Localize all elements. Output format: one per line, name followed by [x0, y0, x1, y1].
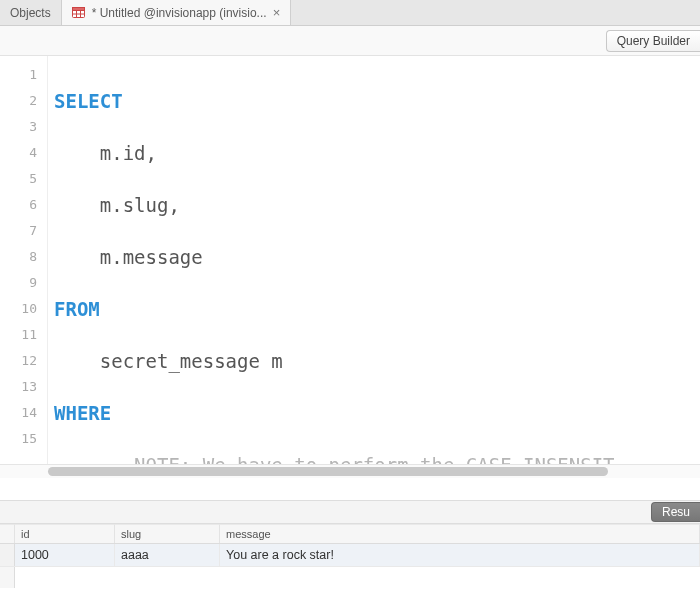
comment: -- NOTE: We have to perform the CASE INS…: [100, 454, 615, 464]
tok: id: [123, 142, 146, 164]
tok: .: [111, 194, 122, 216]
line-number: 2: [0, 88, 47, 114]
table-icon: [72, 6, 86, 20]
editor-toolbar: Query Builder: [0, 26, 700, 56]
spacer: [0, 478, 700, 500]
query-builder-button[interactable]: Query Builder: [606, 30, 700, 52]
tab-bar: Objects * Untitled @invisionapp (invisio…: [0, 0, 700, 26]
cell-id[interactable]: 1000: [15, 544, 115, 566]
col-rownum[interactable]: [0, 524, 15, 543]
svg-rect-1: [73, 8, 85, 11]
tab-objects-label: Objects: [10, 6, 51, 20]
tab-objects[interactable]: Objects: [0, 0, 62, 25]
cell-rownum: [0, 567, 15, 588]
tok: ,: [168, 194, 179, 216]
tab-active-label: * Untitled @invisionapp (invisio...: [92, 6, 267, 20]
cell-slug[interactable]: aaaa: [115, 544, 220, 566]
tok: message: [123, 246, 203, 268]
kw-from: FROM: [54, 298, 100, 320]
line-number: 15: [0, 426, 47, 452]
tok: m: [100, 194, 111, 216]
sql-editor[interactable]: 123456789101112131415 SELECT m.id, m.slu…: [0, 56, 700, 464]
line-number: 6: [0, 192, 47, 218]
col-id[interactable]: id: [15, 524, 115, 543]
table-row-empty: [0, 566, 700, 588]
tok: secret_message m: [100, 350, 283, 372]
line-number: 1: [0, 62, 47, 88]
line-number: 9: [0, 270, 47, 296]
tab-active-query[interactable]: * Untitled @invisionapp (invisio... ×: [62, 0, 292, 25]
line-number: 3: [0, 114, 47, 140]
tok: .: [111, 142, 122, 164]
tok: m: [100, 142, 111, 164]
line-number: 5: [0, 166, 47, 192]
results-button[interactable]: Resu: [651, 502, 700, 522]
line-number: 13: [0, 374, 47, 400]
line-number: 12: [0, 348, 47, 374]
tok: m: [100, 246, 111, 268]
code-area[interactable]: SELECT m.id, m.slug, m.message FROM secr…: [48, 56, 700, 464]
tok: .: [111, 246, 122, 268]
line-number: 10: [0, 296, 47, 322]
table-row[interactable]: 1000 aaaa You are a rock star!: [0, 544, 700, 566]
line-number: 14: [0, 400, 47, 426]
results-header: id slug message: [0, 524, 700, 544]
kw-select: SELECT: [54, 90, 123, 112]
results-grid: id slug message 1000 aaaa You are a rock…: [0, 524, 700, 590]
col-slug[interactable]: slug: [115, 524, 220, 543]
line-number: 11: [0, 322, 47, 348]
horizontal-scrollbar[interactable]: [0, 464, 700, 478]
scrollbar-thumb[interactable]: [48, 467, 608, 476]
close-icon[interactable]: ×: [273, 5, 281, 20]
app-window: Objects * Untitled @invisionapp (invisio…: [0, 0, 700, 590]
line-gutter: 123456789101112131415: [0, 56, 48, 464]
cell-rownum: [0, 544, 15, 566]
tok: slug: [123, 194, 169, 216]
col-message[interactable]: message: [220, 524, 700, 543]
kw-where: WHERE: [54, 402, 111, 424]
line-number: 4: [0, 140, 47, 166]
line-number: 8: [0, 244, 47, 270]
line-number: 7: [0, 218, 47, 244]
tok: ,: [146, 142, 157, 164]
cell-message[interactable]: You are a rock star!: [220, 544, 700, 566]
results-toolbar: Resu: [0, 500, 700, 524]
